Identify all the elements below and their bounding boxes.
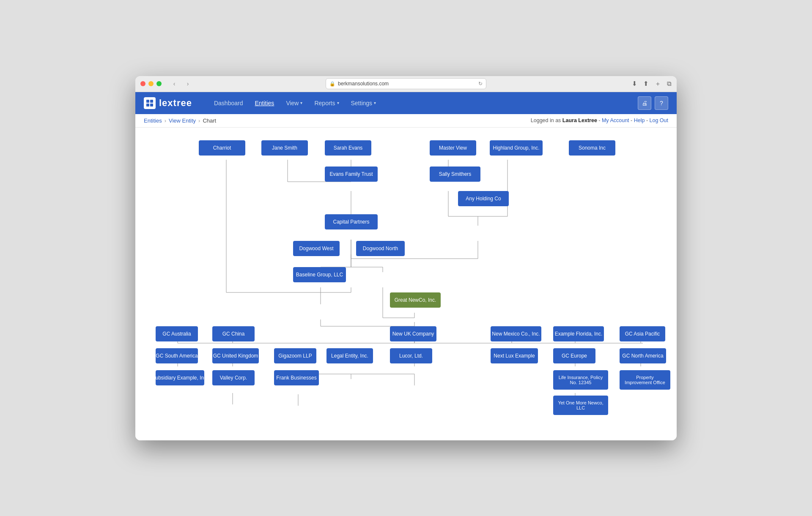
logo: lextree [144,97,192,109]
node-sonoma-inc[interactable]: Sonoma Inc [569,140,615,156]
breadcrumb-entities[interactable]: Entities [144,117,162,124]
node-highland-group[interactable]: Highland Group, Inc. [490,140,543,156]
nav-reports[interactable]: Reports▾ [309,97,344,109]
nav-entities[interactable]: Entities [250,97,279,109]
breadcrumb-view-entity[interactable]: View Entity [169,117,196,124]
download-icon[interactable]: ⬇ [632,80,637,87]
node-gc-australia[interactable]: GC Australia [156,326,198,341]
node-charriot[interactable]: Charriot [199,140,245,156]
minimize-button[interactable] [148,81,154,86]
node-baseline-group[interactable]: Baseline Group, LLC [293,267,346,282]
nav-settings[interactable]: Settings▾ [346,97,381,109]
node-property-improvement[interactable]: Property Improvement Office [620,370,670,390]
header-actions: 🖨 ? [638,96,668,110]
add-tab-icon[interactable]: ＋ [655,80,661,88]
svg-rect-3 [150,104,153,106]
svg-rect-0 [146,100,149,103]
svg-rect-1 [150,100,153,103]
node-next-lux-example[interactable]: Next Lux Example [491,348,538,363]
node-evans-family-trust[interactable]: Evans Family Trust [325,167,378,182]
nav-dashboard[interactable]: Dashboard [209,97,248,109]
node-gc-north-america[interactable]: GC North America [620,348,666,363]
node-gigazoom-llp[interactable]: Gigazoom LLP [274,348,316,363]
node-example-florida[interactable]: Example Florida, Inc. [553,326,604,341]
chart-area: Charriot Jane Smith Sarah Evans Master V… [135,128,677,440]
org-chart: Charriot Jane Smith Sarah Evans Master V… [144,136,660,432]
node-sarah-evans[interactable]: Sarah Evans [325,140,371,156]
main-nav: Dashboard Entities View▾ Reports▾ Settin… [209,97,381,109]
my-account-link[interactable]: My Account [602,117,629,123]
node-gc-south-america[interactable]: GC South America [156,348,198,363]
print-button[interactable]: 🖨 [638,96,651,110]
breadcrumb-bar: Entities › View Entity › Chart Logged in… [135,114,677,128]
breadcrumb-chart: Chart [203,117,216,124]
node-sally-smithers[interactable]: Sally Smithers [430,167,480,182]
logo-icon [144,97,156,109]
logout-link[interactable]: Log Out [650,117,668,123]
node-jane-smith[interactable]: Jane Smith [261,140,308,156]
url-bar[interactable]: 🔒 berkmansolutions.com ↻ [326,78,486,89]
node-gc-united-kingdom[interactable]: GC United Kingdom [212,348,259,363]
breadcrumb: Entities › View Entity › Chart [144,117,216,124]
logo-text: lextree [159,98,192,109]
node-yet-one-more[interactable]: Yet One More Newco, LLC [553,396,608,415]
node-life-insurance[interactable]: Life Insurance, Policy No. 12345 [553,370,608,390]
help-button[interactable]: ? [655,96,668,110]
node-subsidiary-example[interactable]: Subsidiary Example, Inc. [156,370,204,385]
window-controls [140,81,162,86]
nav-view[interactable]: View▾ [281,97,307,109]
app-header: lextree Dashboard Entities View▾ Reports… [135,92,677,114]
node-frank-businesses[interactable]: Frank Businesses [274,370,319,385]
refresh-icon[interactable]: ↻ [478,81,483,87]
node-gc-europe[interactable]: GC Europe [553,348,595,363]
node-dogwood-west[interactable]: Dogwood West [293,241,340,256]
maximize-button[interactable] [156,81,162,86]
node-great-newco[interactable]: Great NewCo, Inc. [390,292,441,308]
node-legal-entity[interactable]: Legal Entity, Inc. [326,348,373,363]
close-button[interactable] [140,81,145,86]
node-valley-corp[interactable]: Valley Corp. [212,370,255,385]
back-button[interactable]: ‹ [168,79,180,88]
mac-window: ‹ › 🔒 berkmansolutions.com ↻ ⬇ ⬆ ＋ ⧉ [135,76,677,440]
node-gc-china[interactable]: GC China [212,326,255,341]
user-info: Logged in as Laura Lextree - My Account … [531,117,668,123]
user-name: Laura Lextree [562,117,597,123]
share-icon[interactable]: ⬆ [643,80,649,87]
node-new-mexico-co[interactable]: New Mexico Co., Inc. [491,326,541,341]
node-lucor-ltd[interactable]: Lucor, Ltd. [390,348,432,363]
forward-button[interactable]: › [182,79,194,88]
titlebar: ‹ › 🔒 berkmansolutions.com ↻ ⬇ ⬆ ＋ ⧉ [135,76,677,92]
node-master-view[interactable]: Master View [430,140,476,156]
tabs-icon[interactable]: ⧉ [667,80,672,87]
svg-rect-2 [146,104,149,106]
url-text: berkmansolutions.com [338,81,389,87]
node-dogwood-north[interactable]: Dogwood North [356,241,405,256]
node-any-holding-co[interactable]: Any Holding Co [458,191,509,206]
lock-icon: 🔒 [329,81,335,87]
node-capital-partners[interactable]: Capital Partners [325,214,378,229]
breadcrumb-sep-1: › [165,117,166,124]
logged-in-label: Logged in as [531,117,561,123]
breadcrumb-sep-2: › [198,117,200,124]
help-link[interactable]: Help [634,117,645,123]
node-new-uk-company[interactable]: New UK Company [390,326,436,341]
toolbar-right: ⬇ ⬆ ＋ ⧉ [632,80,672,88]
node-gc-asia-pacific[interactable]: GC Asia Pacific [620,326,665,341]
